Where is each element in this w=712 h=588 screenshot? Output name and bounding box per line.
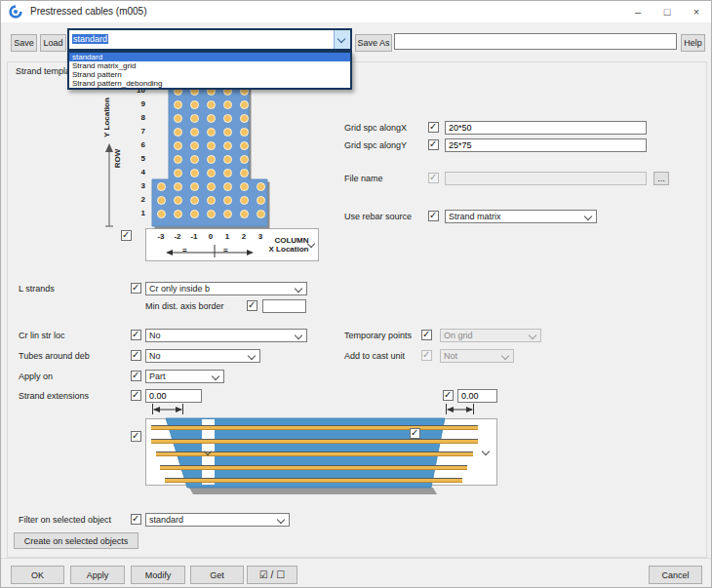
strand-bar (151, 425, 478, 430)
grid-spc-y-label: Grid spc alongY (344, 140, 407, 150)
tubes-around-deb-label: Tubes around deb (19, 351, 90, 361)
strand-bar (151, 439, 478, 444)
strand-bar (165, 478, 462, 483)
tubes-around-deb-combo[interactable]: No (145, 349, 260, 363)
toggle-fields-button[interactable]: ☑ / ☐ (247, 566, 297, 584)
grid-spc-y-input[interactable] (445, 138, 647, 152)
close-button[interactable]: × (682, 1, 711, 22)
tubes-around-deb-checkbox[interactable] (131, 350, 141, 361)
min-dist-input[interactable] (262, 299, 306, 313)
profile-combobox[interactable]: standard (67, 28, 352, 51)
apply-on-combo[interactable]: Part (145, 370, 224, 383)
grid-spc-x-label: Grid spc alongX (344, 123, 407, 133)
apply-button[interactable]: Apply (70, 566, 125, 584)
beam-left-checkbox[interactable] (131, 431, 141, 442)
l-strands-label: L strands (19, 284, 55, 294)
min-dist-label: Min dist. axis border (145, 301, 224, 311)
get-button[interactable]: Get (190, 566, 244, 584)
save-as-button[interactable]: Save As (355, 34, 392, 52)
strand-ext-right-input[interactable] (457, 389, 497, 403)
save-button[interactable]: Save (11, 34, 37, 52)
file-name-checkbox (428, 173, 439, 183)
filter-on-selected-label: Filter on selected object (19, 515, 111, 525)
prestressed-cables-dialog: Prestressed cables (m005) – □ × Save Loa… (0, 0, 712, 588)
title-bar[interactable]: Prestressed cables (m005) – □ × (1, 1, 711, 22)
dropdown-item[interactable]: Strand pattern_debonding (69, 79, 350, 88)
add-to-cast-unit-combo: Not (440, 349, 514, 363)
y-location-axis-label: Y Location (102, 91, 111, 145)
cr-lin-str-loc-combo[interactable]: No (145, 329, 307, 342)
strand-bar (160, 465, 467, 470)
use-rebar-source-checkbox[interactable] (428, 211, 439, 221)
dropdown-item[interactable]: standard (69, 53, 350, 61)
grid-spc-x-input[interactable] (445, 121, 647, 135)
cancel-button[interactable]: Cancel (649, 566, 702, 584)
add-to-cast-unit-label: Add to cast unit (344, 351, 405, 361)
strand-ext-left-checkbox[interactable] (131, 390, 141, 401)
row-axis-label: ROW (113, 144, 122, 174)
cr-lin-str-loc-checkbox[interactable] (131, 330, 141, 340)
beam-right-checkbox[interactable] (410, 428, 420, 439)
load-button[interactable]: Load (40, 34, 66, 52)
equals-left: = (182, 246, 187, 255)
grid-spc-y-checkbox[interactable] (428, 139, 439, 150)
save-as-input[interactable] (394, 33, 677, 50)
strand-ext-left-input[interactable] (145, 389, 202, 403)
modify-button[interactable]: Modify (131, 566, 185, 584)
footer-separator (1, 558, 712, 559)
dropdown-item[interactable]: Strand pattern (69, 70, 350, 79)
temporary-points-value: On grid (444, 331, 473, 340)
filter-on-selected-checkbox[interactable] (131, 514, 141, 525)
temporary-points-label: Temporary points (344, 331, 412, 340)
maximize-button[interactable]: □ (653, 1, 682, 22)
apply-on-label: Apply on (19, 372, 53, 381)
file-name-label: File name (344, 174, 383, 183)
app-icon (9, 5, 22, 19)
apply-on-value: Part (149, 372, 166, 381)
dropdown-item[interactable]: Strand matrix_grid (69, 61, 350, 70)
min-dist-checkbox[interactable] (247, 300, 257, 311)
temporary-points-combo: On grid (440, 329, 541, 342)
profile-combobox-value: standard (72, 34, 108, 44)
equals-right: = (223, 246, 228, 255)
strand-ext-right-checkbox[interactable] (443, 390, 454, 401)
ok-button[interactable]: OK (11, 566, 64, 584)
add-to-cast-unit-value: Not (444, 351, 457, 361)
l-strands-value: Cr only inside b (149, 284, 210, 294)
column-layout-checkbox[interactable] (121, 230, 132, 241)
l-strands-combo[interactable]: Cr only inside b (145, 282, 307, 295)
chevron-down-icon[interactable] (334, 30, 350, 49)
use-rebar-source-value: Strand matrix (449, 212, 501, 221)
use-rebar-source-label: Use rebar source (344, 212, 412, 221)
temporary-points-checkbox[interactable] (421, 330, 432, 340)
tubes-around-deb-value: No (149, 351, 161, 361)
strand-extensions-label: Strand extensions (19, 391, 89, 401)
apply-on-checkbox[interactable] (131, 371, 141, 381)
content-frame (7, 61, 707, 558)
l-strands-checkbox[interactable] (131, 283, 141, 294)
browse-button[interactable]: ... (653, 172, 669, 185)
add-to-cast-unit-checkbox (421, 350, 432, 361)
filter-on-selected-value: standard (149, 515, 183, 525)
help-button[interactable]: Help (681, 34, 705, 52)
cr-lin-str-loc-value: No (149, 331, 161, 340)
use-rebar-source-combo[interactable]: Strand matrix (445, 210, 597, 223)
profile-dropdown-list[interactable]: standardStrand matrix_gridStrand pattern… (67, 51, 352, 90)
window-title: Prestressed cables (m005) (30, 6, 147, 17)
file-name-input (445, 172, 647, 185)
cr-lin-str-loc-label: Cr lin str loc (19, 331, 65, 340)
minimize-button[interactable]: – (623, 1, 653, 22)
create-on-selected-button[interactable]: Create on selected objects (14, 532, 138, 549)
filter-on-selected-combo[interactable]: standard (145, 513, 290, 527)
grid-spc-x-checkbox[interactable] (428, 122, 439, 133)
